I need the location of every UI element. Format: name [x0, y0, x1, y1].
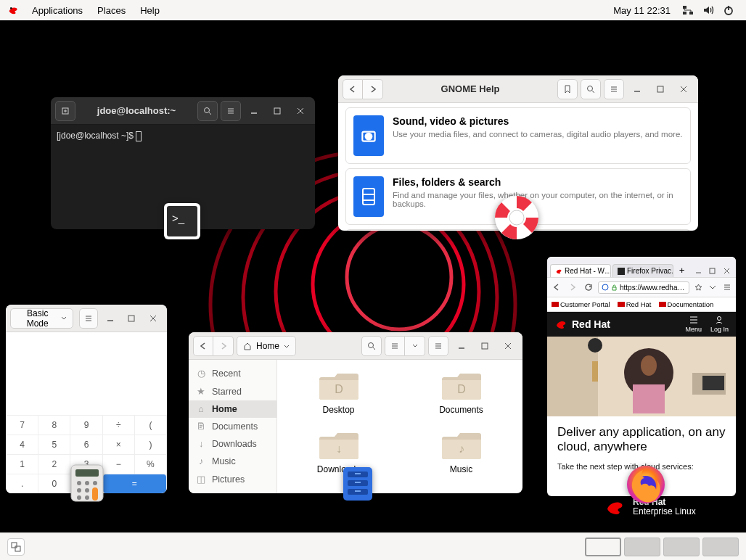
- bookmark-redhat[interactable]: Red Hat: [618, 300, 652, 308]
- firefox-window[interactable]: Red Hat - W…× Firefox Privac… + https://…: [547, 257, 736, 496]
- menu-applications[interactable]: Applications: [25, 2, 90, 19]
- calc-key-÷[interactable]: ÷: [103, 416, 134, 435]
- terminal-window[interactable]: jdoe@localhost:~ [jdoe@localhost ~]$: [51, 97, 315, 229]
- calc-key-−[interactable]: −: [103, 455, 134, 474]
- files-search-button[interactable]: [361, 336, 382, 356]
- firefox-url-field[interactable]: https://www.redha…: [598, 281, 689, 294]
- top-panel: Applications Places Help May 11 22:31: [0, 0, 746, 20]
- help-search-button[interactable]: [581, 79, 601, 99]
- firefox-minimize-button[interactable]: [692, 264, 705, 277]
- calc-maximize-button[interactable]: [122, 308, 141, 329]
- sidebar-item-recent[interactable]: ◷Recent: [189, 364, 276, 382]
- calc-key-=[interactable]: =: [103, 474, 166, 493]
- calc-key-9[interactable]: 9: [70, 416, 102, 435]
- firefox-back-button[interactable]: [550, 281, 563, 294]
- calculator-window[interactable]: Basic Mode 789÷(456×)123−%.0+=: [6, 305, 167, 493]
- sidebar-item-documents[interactable]: 🖹Documents: [189, 418, 276, 435]
- sidebar-item-downloads[interactable]: ↓Downloads: [189, 435, 276, 453]
- sidebar-item-pictures[interactable]: ◫Pictures: [189, 470, 276, 488]
- calc-key-1[interactable]: 1: [7, 455, 38, 474]
- calc-key-.[interactable]: .: [7, 474, 38, 493]
- menu-help[interactable]: Help: [133, 2, 167, 19]
- help-bookmark-button[interactable]: [557, 79, 578, 99]
- calc-key-4[interactable]: 4: [7, 435, 38, 454]
- sidebar-item-home[interactable]: ⌂Home: [189, 400, 276, 418]
- power-icon[interactable]: [718, 1, 739, 19]
- terminal-content[interactable]: [jdoe@localhost ~]$: [51, 125, 315, 147]
- firefox-reload-button[interactable]: [582, 281, 595, 294]
- terminal-new-tab-button[interactable]: [55, 101, 75, 121]
- files-menu-button[interactable]: [428, 336, 448, 356]
- files-close-button[interactable]: [498, 336, 518, 356]
- volume-icon[interactable]: [698, 1, 718, 19]
- menu-places[interactable]: Places: [90, 2, 133, 19]
- folder-downloads[interactable]: ↓Downloads: [292, 429, 385, 483]
- calc-key-%[interactable]: %: [135, 455, 166, 474]
- files-maximize-button[interactable]: [475, 336, 495, 356]
- files-back-button[interactable]: [193, 336, 213, 356]
- firefox-overflow-button[interactable]: [707, 281, 718, 293]
- page-login-button[interactable]: Log In: [710, 316, 729, 333]
- calc-key-0[interactable]: 0: [38, 474, 70, 493]
- help-topic-settings[interactable]: User & system settings: [345, 229, 691, 231]
- svg-rect-20: [274, 108, 280, 114]
- bookmark-docs[interactable]: Documentation: [659, 300, 714, 308]
- files-window[interactable]: Home ◷Recent★Starred⌂Home🖹Documents↓Down…: [189, 332, 522, 493]
- overview-button[interactable]: [7, 538, 25, 556]
- firefox-tab-0[interactable]: Red Hat - W…×: [550, 264, 611, 277]
- calc-mode-button[interactable]: Basic Mode: [10, 308, 73, 329]
- help-window[interactable]: GNOME Help Sound, video & picturesUse yo…: [338, 75, 698, 231]
- firefox-star-button[interactable]: [692, 281, 704, 293]
- terminal-maximize-button[interactable]: [267, 101, 287, 121]
- terminal-search-button[interactable]: [197, 101, 218, 121]
- help-close-button[interactable]: [673, 79, 694, 99]
- help-back-button[interactable]: [343, 79, 363, 99]
- firefox-tab-1[interactable]: Firefox Privac…: [612, 264, 673, 277]
- terminal-menu-button[interactable]: [221, 101, 241, 121]
- files-forward-button[interactable]: [213, 336, 234, 356]
- bookmark-customer-portal[interactable]: Customer Portal: [552, 300, 610, 308]
- calc-key-5[interactable]: 5: [38, 435, 70, 454]
- page-menu-button[interactable]: Menu: [685, 316, 702, 333]
- help-topic-files[interactable]: Files, folders & searchFind and manage y…: [345, 168, 691, 225]
- sidebar-item-music[interactable]: ♪Music: [189, 453, 276, 470]
- calc-key-3[interactable]: 3: [70, 455, 102, 474]
- help-forward-button[interactable]: [363, 79, 383, 99]
- workspace-3[interactable]: [663, 538, 700, 556]
- firefox-maximize-button[interactable]: [706, 264, 719, 277]
- calc-key-([interactable]: (: [135, 416, 166, 435]
- calc-close-button[interactable]: [144, 308, 163, 329]
- files-minimize-button[interactable]: [451, 336, 472, 356]
- files-breadcrumb[interactable]: Home: [237, 336, 296, 356]
- help-menu-button[interactable]: [604, 79, 624, 99]
- calc-minimize-button[interactable]: [101, 308, 120, 329]
- help-topic-sound[interactable]: Sound, video & picturesUse your media fi…: [345, 107, 691, 164]
- folder-documents[interactable]: DDocuments: [414, 370, 508, 424]
- network-icon[interactable]: [678, 1, 698, 19]
- help-maximize-button[interactable]: [650, 79, 671, 99]
- calc-key-2[interactable]: 2: [38, 455, 70, 474]
- calc-menu-button[interactable]: [79, 308, 98, 329]
- calc-key-7[interactable]: 7: [7, 416, 38, 435]
- workspace-4[interactable]: [702, 538, 739, 556]
- files-view-dropdown[interactable]: [405, 336, 425, 356]
- files-view-toggle[interactable]: [385, 336, 405, 356]
- workspace-2[interactable]: [624, 538, 660, 556]
- calc-key-×[interactable]: ×: [103, 435, 134, 454]
- terminal-minimize-button[interactable]: [244, 101, 264, 121]
- workspace-1[interactable]: [585, 538, 621, 556]
- folder-desktop[interactable]: DDesktop: [292, 370, 385, 424]
- terminal-close-button[interactable]: [290, 101, 311, 121]
- firefox-close-button[interactable]: [720, 264, 733, 277]
- sidebar-item-starred[interactable]: ★Starred: [189, 382, 276, 400]
- clock[interactable]: May 11 22:31: [606, 2, 678, 19]
- calc-key-6[interactable]: 6: [70, 435, 102, 454]
- firefox-new-tab-button[interactable]: +: [675, 263, 689, 277]
- folder-music[interactable]: ♪Music: [414, 429, 508, 483]
- calc-key-8[interactable]: 8: [38, 416, 70, 435]
- firefox-forward-button[interactable]: [566, 281, 579, 294]
- help-minimize-button[interactable]: [627, 79, 647, 99]
- firefox-menu-button[interactable]: [721, 281, 733, 293]
- calc-key-+[interactable]: +: [70, 474, 102, 493]
- calc-key-)[interactable]: ): [135, 435, 166, 454]
